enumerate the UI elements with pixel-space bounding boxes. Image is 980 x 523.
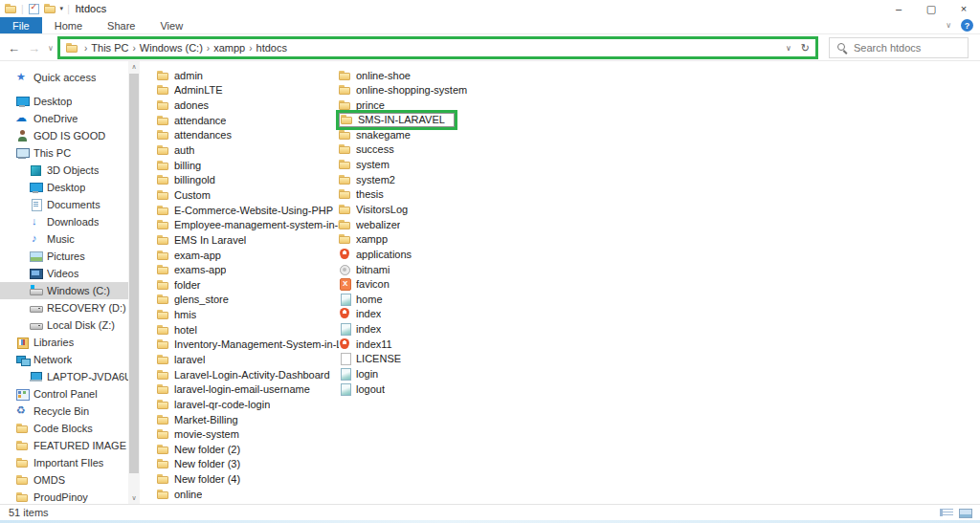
- file-item-webalizer[interactable]: webalizer: [339, 217, 530, 232]
- file-item-logout[interactable]: logout: [339, 381, 530, 397]
- forward-icon[interactable]: →: [28, 41, 40, 55]
- file-item-employee-management-system-in-laravel[interactable]: Employee-management-system-in-laravel: [157, 217, 339, 232]
- file-item-sms-in-laravel[interactable]: SMS-IN-LARAVEL: [339, 113, 455, 127]
- file-item-online-shoe[interactable]: online-shoe: [339, 68, 530, 83]
- tab-share[interactable]: Share: [95, 17, 147, 33]
- breadcrumb-htdocs[interactable]: htdocs: [255, 42, 289, 54]
- refresh-icon[interactable]: ↻: [801, 42, 810, 54]
- file-item-bitnami[interactable]: bitnami: [339, 262, 530, 277]
- file-item-laravel-qr-code-login[interactable]: laravel-qr-code-login: [157, 397, 339, 412]
- file-item-market-billing[interactable]: Market-Billing: [157, 412, 339, 427]
- file-item-index[interactable]: index: [339, 307, 530, 322]
- file-item-new-folder-3[interactable]: New folder (3): [157, 457, 339, 472]
- sidebar-item-god-is-good[interactable]: GOD IS GOOD: [0, 127, 128, 144]
- file-item-index[interactable]: index: [339, 321, 530, 337]
- scrollbar-thumb[interactable]: [129, 74, 139, 473]
- file-item-xampp[interactable]: xampp: [339, 231, 530, 247]
- file-item-license[interactable]: LICENSE: [339, 352, 530, 367]
- ribbon-collapse-chevron-icon[interactable]: ∨: [946, 21, 951, 30]
- file-item-online[interactable]: online: [157, 487, 339, 502]
- sidebar-item-recycle-bin[interactable]: Recycle Bin: [0, 403, 128, 420]
- sidebar-item-music[interactable]: Music: [0, 230, 128, 248]
- file-item-billingold[interactable]: billingold: [157, 172, 339, 187]
- file-item-attendance[interactable]: attendance: [157, 113, 339, 128]
- sidebar-item-recovery-d[interactable]: RECOVERY (D:): [0, 299, 128, 316]
- file-item-adminlte[interactable]: AdminLTE: [157, 83, 339, 98]
- file-item-attendances[interactable]: attendances: [157, 128, 339, 143]
- file-item-thesis[interactable]: thesis: [339, 186, 530, 202]
- details-view-icon[interactable]: [940, 507, 952, 518]
- sidebar-item-network[interactable]: Network: [0, 351, 128, 368]
- file-item-inventory-management-system-in-laravel[interactable]: Inventory-Management-System-in-Laravel: [157, 338, 339, 353]
- file-item-new-folder-2[interactable]: New folder (2): [157, 442, 339, 457]
- sidebar-item-downloads[interactable]: Downloads: [0, 213, 128, 230]
- file-item-auth[interactable]: auth: [157, 142, 339, 158]
- sidebar-item-videos[interactable]: Videos: [0, 265, 128, 282]
- qat-customize-chevron-icon[interactable]: ▾: [60, 5, 64, 12]
- scroll-down-icon[interactable]: ∨: [128, 492, 140, 504]
- file-item-admin[interactable]: admin: [157, 68, 339, 83]
- sidebar-item-quick-access[interactable]: Quick access: [0, 69, 128, 86]
- file-item-online-shopping-system[interactable]: online-shopping-system: [339, 83, 530, 98]
- file-item-new-folder-4[interactable]: New folder (4): [157, 471, 339, 487]
- file-item-system[interactable]: system: [339, 157, 530, 172]
- file-item-custom[interactable]: Custom: [157, 187, 339, 203]
- sidebar-item-omds[interactable]: OMDS: [0, 471, 128, 489]
- sidebar-item-featured-image-temp[interactable]: FEATURED IMAGE TEMP: [0, 437, 128, 454]
- sidebar-item-libraries[interactable]: Libraries: [0, 334, 128, 351]
- breadcrumb-xampp[interactable]: xampp: [212, 42, 247, 54]
- help-icon[interactable]: ?: [961, 19, 973, 32]
- file-item-exam-app[interactable]: exam-app: [157, 248, 339, 263]
- new-folder-icon[interactable]: [44, 3, 56, 14]
- sidebar-item-desktop[interactable]: Desktop: [0, 93, 128, 110]
- minimize-button[interactable]: –: [882, 0, 915, 17]
- file-item-billing[interactable]: billing: [157, 158, 339, 173]
- large-icons-view-icon[interactable]: [959, 507, 971, 518]
- close-button[interactable]: ×: [947, 0, 980, 17]
- file-item-laravel-login-activity-dashboard[interactable]: Laravel-Login-Activity-Dashboard: [157, 367, 339, 382]
- sidebar-item-documents[interactable]: Documents: [0, 196, 128, 213]
- file-item-visitorslog[interactable]: VisitorsLog: [339, 202, 530, 217]
- file-item-exams-app[interactable]: exams-app: [157, 262, 339, 277]
- sidebar-item-laptop-jvda6u1d[interactable]: LAPTOP-JVDA6U1D: [0, 368, 128, 385]
- sidebar-item-pictures[interactable]: Pictures: [0, 248, 128, 265]
- file-item-e-commerce-website-using-php[interactable]: E-Commerce-Website-Using-PHP: [157, 203, 339, 218]
- properties-checkbox-icon[interactable]: [28, 3, 40, 14]
- file-item-prince[interactable]: prince: [339, 98, 530, 113]
- file-item-ems-in-laravel[interactable]: EMS In Laravel: [157, 232, 339, 248]
- file-item-home[interactable]: home: [339, 292, 530, 307]
- file-item-login[interactable]: login: [339, 366, 530, 381]
- sidebar-item-local-disk-z[interactable]: Local Disk (Z:): [0, 316, 128, 334]
- tab-view[interactable]: View: [147, 17, 195, 33]
- search-box[interactable]: Search htdocs: [829, 37, 969, 58]
- file-item-hmis[interactable]: hmis: [157, 307, 339, 322]
- file-item-laravel[interactable]: laravel: [157, 352, 339, 367]
- sidebar-item-desktop[interactable]: Desktop: [0, 179, 128, 196]
- sidebar-item-3d-objects[interactable]: 3D Objects: [0, 162, 128, 179]
- file-item-snakegame[interactable]: snakegame: [339, 127, 530, 142]
- sidebar-item-windows-c[interactable]: Windows (C:): [0, 282, 128, 299]
- sidebar-item-important-files[interactable]: Important FIles: [0, 454, 128, 471]
- sidebar-scrollbar[interactable]: ∧ ∨: [128, 61, 140, 504]
- file-item-folder[interactable]: folder: [157, 277, 339, 293]
- address-dropdown-chevron-icon[interactable]: ∨: [786, 44, 791, 53]
- sidebar-item-proudpinoy[interactable]: ProudPinoy: [0, 489, 128, 504]
- sidebar-item-code-blocks[interactable]: Code Blocks: [0, 420, 128, 437]
- breadcrumb-windows-c[interactable]: Windows (C:): [138, 42, 205, 54]
- tab-home[interactable]: Home: [42, 17, 95, 33]
- file-item-movie-system[interactable]: movie-system: [157, 426, 339, 442]
- file-item-glens-store[interactable]: glens_store: [157, 293, 339, 308]
- back-icon[interactable]: ←: [8, 41, 20, 55]
- file-item-hotel[interactable]: hotel: [157, 322, 339, 338]
- file-item-adones[interactable]: adones: [157, 98, 339, 113]
- maximize-button[interactable]: ▢: [915, 0, 947, 17]
- history-chevron-icon[interactable]: ∨: [48, 44, 54, 53]
- breadcrumb-this-pc[interactable]: This PC: [89, 42, 130, 54]
- scroll-up-icon[interactable]: ∧: [128, 61, 140, 73]
- file-item-success[interactable]: success: [339, 142, 530, 158]
- breadcrumb[interactable]: ›This PC›Windows (C:)›xampp›htdocs ∨ ↻: [57, 36, 818, 59]
- sidebar-item-onedrive[interactable]: OneDrive: [0, 110, 128, 127]
- sidebar-item-this-pc[interactable]: This PC: [0, 144, 128, 162]
- file-item-laravel-login-email-username[interactable]: laravel-login-email-username: [157, 381, 339, 397]
- file-item-index11[interactable]: index11: [339, 337, 530, 352]
